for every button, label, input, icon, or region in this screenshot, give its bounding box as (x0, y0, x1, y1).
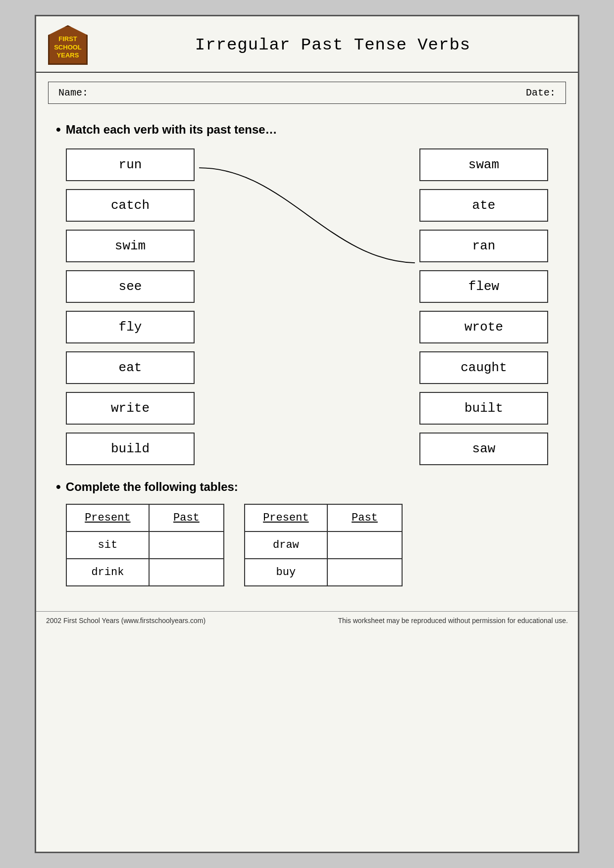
table2-row2-present: buy (245, 559, 327, 586)
right-column: swam ate ran flew wrote caught built saw (419, 148, 548, 465)
word-box-see: see (66, 270, 195, 303)
table2-row1-past[interactable] (327, 531, 402, 559)
name-date-bar: Name: Date: (48, 82, 566, 104)
table-1: Present Past sit drink (66, 504, 224, 586)
table2-row1-present: draw (245, 531, 327, 559)
table-row: buy (245, 559, 402, 586)
tables-container: Present Past sit drink (56, 504, 558, 586)
word-box-fly: fly (66, 311, 195, 343)
table2-header-past: Past (327, 504, 402, 531)
word-box-eat: eat (66, 351, 195, 384)
page-title: Irregular Past Tense Verbs (100, 36, 566, 54)
logo: FIRST SCHOOL YEARS (48, 25, 88, 65)
matching-section: run catch swim see fly eat write build s… (56, 148, 558, 465)
word-box-saw: saw (419, 433, 548, 465)
word-box-write: write (66, 392, 195, 425)
footer: 2002 First School Years (www.firstschool… (36, 611, 578, 629)
table-row: drink (66, 559, 224, 586)
word-box-run: run (66, 148, 195, 181)
bullet-1: • (56, 123, 61, 137)
table1-row2-present: drink (66, 559, 149, 586)
name-label: Name: (58, 87, 526, 98)
word-box-caught: caught (419, 351, 548, 384)
table2-row2-past[interactable] (327, 559, 402, 586)
table1-header-past: Past (149, 504, 224, 531)
table1-row2-past[interactable] (149, 559, 224, 586)
word-box-swam: swam (419, 148, 548, 181)
footer-left: 2002 First School Years (www.firstschool… (46, 617, 205, 625)
word-box-catch: catch (66, 189, 195, 222)
bullet-2: • (56, 480, 61, 494)
date-label: Date: (526, 87, 556, 98)
word-box-built: built (419, 392, 548, 425)
content: • Match each verb with its past tense… r… (36, 109, 578, 596)
instruction-1: • Match each verb with its past tense… (56, 123, 558, 137)
word-box-build: build (66, 433, 195, 465)
table1-row1-present: sit (66, 531, 149, 559)
word-box-wrote: wrote (419, 311, 548, 343)
table2-header-present: Present (245, 504, 327, 531)
header: FIRST SCHOOL YEARS Irregular Past Tense … (36, 16, 578, 73)
left-column: run catch swim see fly eat write build (66, 148, 195, 465)
word-box-flew: flew (419, 270, 548, 303)
table1-header-present: Present (66, 504, 149, 531)
word-box-ate: ate (419, 189, 548, 222)
word-box-ran: ran (419, 230, 548, 262)
table-row: sit (66, 531, 224, 559)
table-row: draw (245, 531, 402, 559)
instruction-2: • Complete the following tables: (56, 480, 558, 494)
matching-svg (195, 148, 419, 465)
word-box-swim: swim (66, 230, 195, 262)
table-2: Present Past draw buy (244, 504, 403, 586)
worksheet-page: FIRST SCHOOL YEARS Irregular Past Tense … (35, 15, 579, 853)
table1-row1-past[interactable] (149, 531, 224, 559)
footer-right: This worksheet may be reproduced without… (338, 617, 568, 625)
middle-area (195, 148, 419, 465)
logo-text: FIRST SCHOOL YEARS (54, 35, 82, 60)
